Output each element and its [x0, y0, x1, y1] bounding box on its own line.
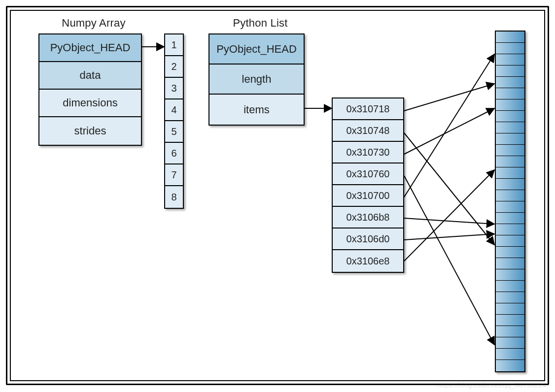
memory-slot — [496, 156, 524, 167]
memory-slot — [496, 145, 524, 156]
memory-slot — [496, 133, 524, 145]
memory-slot — [496, 213, 524, 224]
pointer-cell: 0x310748 — [333, 120, 403, 142]
memory-slot — [496, 88, 524, 99]
pylist-struct: PyObject_HEAD length items — [208, 33, 305, 126]
watermark: https://blog.csdn.net/qq_36759224 — [437, 381, 546, 389]
memory-slot — [496, 360, 524, 371]
memory-slot — [496, 111, 524, 122]
numpy-field: PyObject_HEAD — [39, 34, 141, 62]
array-cell: 6 — [165, 143, 183, 164]
numpy-field: data — [39, 62, 141, 90]
array-cell: 7 — [165, 164, 183, 186]
memory-slot — [496, 190, 524, 201]
numpy-field: strides — [39, 117, 141, 145]
pointer-cell: 0x310718 — [333, 98, 403, 120]
memory-slot — [496, 179, 524, 190]
memory-slot — [496, 292, 524, 303]
memory-slot — [496, 269, 524, 281]
array-cell: 8 — [165, 186, 183, 208]
pointer-cell: 0x310760 — [333, 163, 403, 185]
array-cell: 4 — [165, 99, 183, 121]
pylist-title: Python List — [211, 17, 310, 30]
pointer-cell: 0x3106b8 — [333, 207, 403, 229]
memory-slot — [496, 303, 524, 315]
memory-slot — [496, 54, 524, 65]
numpy-struct: PyObject_HEAD data dimensions strides — [38, 33, 142, 146]
array-cell: 3 — [165, 78, 183, 99]
memory-column — [495, 31, 525, 372]
pointer-cell: 0x3106d0 — [333, 229, 403, 250]
pylist-field: items — [209, 95, 304, 125]
memory-slot — [496, 337, 524, 349]
pointer-cell: 0x310730 — [333, 142, 403, 163]
memory-slot — [496, 247, 524, 258]
memory-slot — [496, 32, 524, 43]
memory-slot — [496, 77, 524, 88]
memory-slot — [496, 167, 524, 179]
array-cell: 2 — [165, 56, 183, 78]
pointer-array: 0x310718 0x310748 0x310730 0x310760 0x31… — [332, 98, 404, 273]
pylist-field: length — [209, 65, 304, 95]
memory-slot — [496, 235, 524, 247]
pylist-field: PyObject_HEAD — [209, 34, 304, 65]
array-cell: 1 — [165, 34, 183, 56]
pointer-cell: 0x310700 — [333, 185, 403, 207]
memory-slot — [496, 122, 524, 133]
memory-slot — [496, 65, 524, 77]
array-data-block: 1 2 3 4 5 6 7 8 — [164, 33, 184, 209]
memory-slot — [496, 349, 524, 360]
numpy-field: dimensions — [39, 90, 141, 117]
memory-slot — [496, 43, 524, 54]
memory-slot — [496, 224, 524, 235]
numpy-title: Numpy Array — [39, 17, 148, 30]
memory-slot — [496, 99, 524, 111]
memory-slot — [496, 281, 524, 292]
pointer-cell: 0x3106e8 — [333, 250, 403, 272]
array-cell: 5 — [165, 121, 183, 143]
memory-slot — [496, 258, 524, 269]
memory-slot — [496, 326, 524, 337]
memory-slot — [496, 201, 524, 213]
memory-slot — [496, 315, 524, 326]
